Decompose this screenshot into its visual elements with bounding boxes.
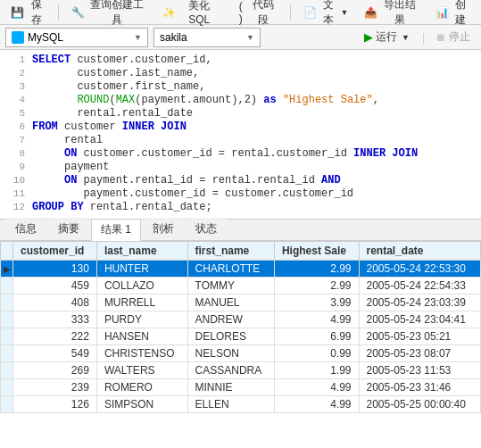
- table-cell: 2.99: [274, 278, 359, 295]
- table-cell: 2005-05-24 22:54:33: [359, 278, 480, 295]
- table-cell: 0.99: [274, 345, 359, 362]
- row-indicator: [1, 295, 13, 311]
- beautify-icon: ✨: [162, 6, 176, 19]
- schema-selector[interactable]: sakila ▼: [153, 28, 261, 47]
- code-line-5: 5 rental.rental_date: [0, 107, 481, 120]
- row-indicator: [1, 311, 13, 328]
- text-dropdown-icon: ▼: [341, 8, 349, 17]
- code-line-9: 9 payment: [0, 161, 481, 174]
- table-cell: CASSANDRA: [187, 362, 274, 379]
- table-cell: 333: [13, 311, 97, 328]
- indicator-header: [1, 242, 13, 261]
- stop-icon: ⏹: [435, 31, 446, 44]
- table-cell: MURRELL: [96, 295, 187, 311]
- col-last-name[interactable]: last_name: [96, 242, 187, 261]
- table-cell: HANSEN: [96, 328, 187, 345]
- run-button[interactable]: ▶ 运行 ▼: [357, 28, 417, 46]
- save-button[interactable]: 💾 保存: [5, 0, 51, 29]
- export-button[interactable]: 📤 导出结果: [359, 0, 424, 29]
- table-row[interactable]: 269WALTERSCASSANDRA1.992005-05-23 11:53: [1, 362, 481, 379]
- main-toolbar: 💾 保存 🔧 查询创建工具 ✨ 美化 SQL ( ) 代码段 📄 文本 ▼ 📤 …: [0, 0, 481, 25]
- tab-result1[interactable]: 结果 1: [91, 219, 141, 241]
- row-indicator: [1, 278, 13, 295]
- beautify-button[interactable]: ✨ 美化 SQL: [157, 0, 226, 28]
- table-row[interactable]: 130HUNTERCHARLOTTE2.992005-05-24 22:53:3…: [1, 261, 481, 278]
- row-indicator: [1, 396, 13, 413]
- save-icon: 💾: [11, 6, 24, 19]
- table-cell: PURDY: [96, 311, 187, 328]
- table-cell: 2005-05-24 23:03:39: [359, 295, 480, 311]
- table-cell: WALTERS: [96, 362, 187, 379]
- database-selector[interactable]: MySQL ▼: [5, 28, 148, 47]
- play-icon: ▶: [364, 30, 373, 44]
- row-indicator: [1, 345, 13, 362]
- sep2: [290, 4, 291, 21]
- code-line-4: 4 ROUND(MAX(payment.amount),2) as "Highe…: [0, 94, 481, 107]
- table-cell: ANDREW: [187, 311, 274, 328]
- table-cell: SIMPSON: [96, 396, 187, 413]
- table-cell: 126: [13, 396, 97, 413]
- table-cell: 2005-05-25 00:00:40: [359, 396, 480, 413]
- row-indicator: [1, 328, 13, 345]
- results-table: customer_id last_name first_name Highest…: [0, 241, 481, 413]
- table-row[interactable]: 126SIMPSONELLEN4.992005-05-25 00:00:40: [1, 396, 481, 413]
- col-highest-sale[interactable]: Highest Sale: [274, 242, 359, 261]
- table-cell: 459: [13, 278, 97, 295]
- create-icon: 📊: [435, 6, 449, 19]
- table-cell: HUNTER: [96, 261, 187, 278]
- table-row[interactable]: 222HANSENDELORES6.992005-05-23 05:21: [1, 328, 481, 345]
- sep1: [58, 4, 59, 21]
- table-cell: TOMMY: [187, 278, 274, 295]
- export-icon: 📤: [364, 6, 377, 19]
- table-cell: MANUEL: [187, 295, 274, 311]
- col-rental-date[interactable]: rental_date: [359, 242, 480, 261]
- tab-summary[interactable]: 摘要: [48, 218, 89, 240]
- query-tool-icon: 🔧: [71, 6, 85, 19]
- table-cell: 222: [13, 328, 97, 345]
- code-snippet-button[interactable]: ( ) 代码段: [230, 0, 283, 29]
- table-cell: 2005-05-23 05:21: [359, 328, 480, 345]
- tab-info[interactable]: 信息: [5, 218, 46, 240]
- code-line-7: 7 rental: [0, 134, 481, 147]
- table-row[interactable]: 239ROMEROMINNIE4.992005-05-23 31:46: [1, 379, 481, 396]
- query-tool-button[interactable]: 🔧 查询创建工具: [66, 0, 152, 29]
- table-cell: 2.99: [274, 261, 359, 278]
- table-cell: 4.99: [274, 311, 359, 328]
- table-cell: 2005-05-23 31:46: [359, 379, 480, 396]
- row-indicator: [1, 362, 13, 379]
- code-line-3: 3 customer.first_name,: [0, 80, 481, 94]
- table-cell: MINNIE: [187, 379, 274, 396]
- text-icon: 📄: [303, 6, 317, 19]
- schema-chevron-icon: ▼: [246, 33, 254, 42]
- table-cell: 408: [13, 295, 97, 311]
- results-panel[interactable]: customer_id last_name first_name Highest…: [0, 241, 481, 448]
- table-cell: NELSON: [187, 345, 274, 362]
- table-cell: COLLAZO: [96, 278, 187, 295]
- table-cell: ELLEN: [187, 396, 274, 413]
- table-row[interactable]: 408MURRELLMANUEL3.992005-05-24 23:03:39: [1, 295, 481, 311]
- code-icon: ( ): [236, 0, 245, 25]
- create-button[interactable]: 📊 创建: [430, 0, 476, 29]
- table-row[interactable]: 549CHRISTENSONELSON0.992005-05-23 08:07: [1, 345, 481, 362]
- table-cell: 1.99: [274, 362, 359, 379]
- code-line-2: 2 customer.last_name,: [0, 67, 481, 80]
- mysql-icon: [12, 31, 24, 44]
- run-chevron-icon: ▼: [402, 33, 410, 42]
- table-row[interactable]: 459COLLAZOTOMMY2.992005-05-24 22:54:33: [1, 278, 481, 295]
- table-cell: CHRISTENSO: [96, 345, 187, 362]
- table-cell: 4.99: [274, 379, 359, 396]
- text-button[interactable]: 📄 文本 ▼: [298, 0, 353, 29]
- table-cell: ROMERO: [96, 379, 187, 396]
- code-editor[interactable]: 1 SELECT customer.customer_id, 2 custome…: [0, 50, 481, 220]
- table-row[interactable]: 333PURDYANDREW4.992005-05-24 23:04:41: [1, 311, 481, 328]
- table-cell: 130: [13, 261, 97, 278]
- tab-profile[interactable]: 剖析: [143, 218, 184, 240]
- col-first-name[interactable]: first_name: [187, 242, 274, 261]
- stop-button[interactable]: ⏹ 停止: [430, 28, 476, 46]
- table-cell: DELORES: [187, 328, 274, 345]
- table-cell: 2005-05-24 22:53:30: [359, 261, 480, 278]
- tab-status[interactable]: 状态: [186, 218, 227, 240]
- code-line-12: 12 GROUP BY rental.rental_date;: [0, 201, 481, 214]
- table-cell: 2005-05-24 23:04:41: [359, 311, 480, 328]
- col-customer-id[interactable]: customer_id: [13, 242, 97, 261]
